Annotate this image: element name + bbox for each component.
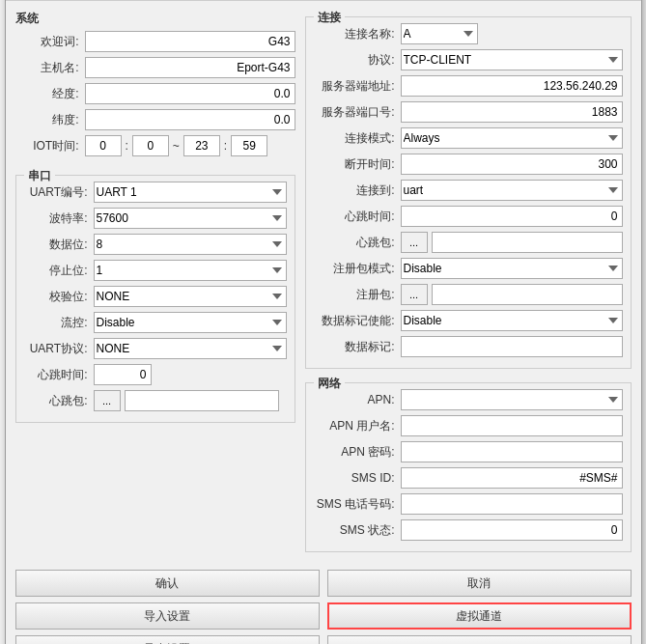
parity-select[interactable]: NONE bbox=[94, 286, 287, 307]
reg-pkg-inputs: ... bbox=[401, 284, 623, 305]
stop-bits-label: 停止位: bbox=[24, 263, 94, 279]
hostname-input[interactable] bbox=[85, 57, 295, 78]
server-addr-input[interactable] bbox=[401, 75, 623, 97]
data-mark2-label: 数据标记: bbox=[314, 339, 401, 355]
reg-pkg-input[interactable] bbox=[432, 284, 623, 305]
server-addr-label: 服务器端地址: bbox=[314, 78, 401, 95]
protocol-select[interactable]: TCP-CLIENT bbox=[401, 49, 623, 70]
welcome-row: 欢迎词: bbox=[15, 31, 295, 52]
reg-mode-label: 注册包模式: bbox=[314, 261, 401, 277]
iot-from-min[interactable] bbox=[132, 135, 169, 156]
conn-name-row: 连接名称: A bbox=[314, 23, 623, 44]
data-mark2-input[interactable] bbox=[401, 336, 623, 357]
apn-label: APN: bbox=[314, 393, 401, 406]
protocol-label: 协议: bbox=[314, 52, 401, 69]
serial-heartbeat-pkg-label: 心跳包: bbox=[24, 393, 94, 409]
uart-num-select[interactable]: UART 1 bbox=[94, 182, 287, 203]
export-button[interactable]: 导出设置 bbox=[15, 635, 320, 644]
longitude-label: 经度: bbox=[15, 86, 85, 102]
import-button[interactable]: 导入设置 bbox=[15, 602, 320, 630]
network-section: 网络 APN: APN 用户名: APN 密码: SMS ID: bbox=[305, 382, 632, 552]
apn-row: APN: bbox=[314, 389, 623, 410]
apn-user-row: APN 用户名: bbox=[314, 415, 623, 436]
stop-bits-select[interactable]: 1 bbox=[94, 260, 287, 281]
data-bits-label: 数据位: bbox=[24, 237, 94, 253]
serial-heartbeat-pkg-inputs: ... bbox=[94, 390, 279, 411]
reg-pkg-label: 注册包: bbox=[314, 287, 401, 303]
bottom-buttons-area: 确认 导入设置 导出设置 取消 虚拟通道 Script bbox=[6, 562, 641, 644]
reg-pkg-dots-btn[interactable]: ... bbox=[401, 284, 428, 305]
uart-num-row: UART编号: UART 1 bbox=[24, 182, 287, 203]
flow-label: 流控: bbox=[24, 315, 94, 331]
connect-to-label: 连接到: bbox=[314, 182, 401, 199]
sms-state-row: SMS 状态: bbox=[314, 519, 623, 541]
conn-heartbeat-dots-btn[interactable]: ... bbox=[401, 232, 428, 253]
sms-phone-input[interactable] bbox=[401, 493, 623, 515]
left-panel: 系统 欢迎词: 主机名: 经度: 纬度: bbox=[15, 11, 295, 552]
uart-proto-row: UART协议: NONE bbox=[24, 338, 287, 359]
iot-time-label: IOT时间: bbox=[15, 138, 85, 154]
script-button[interactable]: Script bbox=[327, 635, 632, 644]
connection-label: 连接 bbox=[314, 10, 345, 26]
uart-num-label: UART编号: bbox=[24, 184, 94, 201]
longitude-input[interactable] bbox=[85, 83, 295, 104]
cancel-button[interactable]: 取消 bbox=[327, 570, 632, 597]
apn-user-input[interactable] bbox=[401, 415, 623, 436]
baud-select[interactable]: 57600 bbox=[94, 208, 287, 229]
disconnect-time-row: 断开时间: bbox=[314, 154, 623, 175]
server-port-row: 服务器端口号: bbox=[314, 101, 623, 123]
serial-heartbeat-time-input[interactable] bbox=[94, 364, 152, 385]
longitude-row: 经度: bbox=[15, 83, 295, 104]
connect-to-select[interactable]: uart bbox=[401, 180, 623, 201]
disconnect-time-label: 断开时间: bbox=[314, 156, 401, 173]
conn-mode-row: 连接模式: Always bbox=[314, 127, 623, 149]
apn-pwd-input[interactable] bbox=[401, 441, 623, 462]
connection-section: 连接 连接名称: A 协议: TCP-CLIENT 服务器端地址: bbox=[305, 16, 632, 369]
sms-state-input[interactable] bbox=[401, 519, 623, 541]
left-buttons-col: 确认 导入设置 导出设置 bbox=[15, 570, 320, 644]
parity-label: 校验位: bbox=[24, 289, 94, 305]
virtual-channel-button[interactable]: 虚拟通道 bbox=[327, 602, 632, 630]
network-label: 网络 bbox=[314, 376, 345, 392]
conn-heartbeat-time-input[interactable] bbox=[401, 206, 623, 227]
hostname-label: 主机名: bbox=[15, 60, 85, 76]
confirm-button[interactable]: 确认 bbox=[15, 570, 320, 597]
serial-heartbeat-dots-btn[interactable]: ... bbox=[94, 390, 121, 411]
colon-sep-2: : bbox=[224, 139, 227, 153]
reg-mode-select[interactable]: Disable bbox=[401, 258, 623, 279]
latitude-input[interactable] bbox=[85, 109, 295, 130]
conn-heartbeat-pkg-input[interactable] bbox=[432, 232, 623, 253]
welcome-input[interactable] bbox=[85, 31, 295, 52]
welcome-label: 欢迎词: bbox=[15, 34, 85, 50]
conn-mode-select[interactable]: Always bbox=[401, 127, 623, 149]
iot-to-min[interactable] bbox=[231, 135, 267, 156]
right-panel: 连接 连接名称: A 协议: TCP-CLIENT 服务器端地址: bbox=[305, 11, 632, 552]
server-addr-row: 服务器端地址: bbox=[314, 75, 623, 97]
conn-heartbeat-time-label: 心跳时间: bbox=[314, 209, 401, 225]
content-area: 系统 欢迎词: 主机名: 经度: 纬度: bbox=[6, 1, 641, 562]
parity-row: 校验位: NONE bbox=[24, 286, 287, 307]
disconnect-time-input[interactable] bbox=[401, 154, 623, 175]
sms-phone-row: SMS 电话号码: bbox=[314, 493, 623, 515]
server-port-input[interactable] bbox=[401, 101, 623, 123]
serial-heartbeat-time-label: 心跳时间: bbox=[24, 367, 94, 383]
iot-from-hour[interactable] bbox=[85, 135, 122, 156]
iot-to-hour[interactable] bbox=[183, 135, 220, 156]
apn-select[interactable] bbox=[401, 389, 623, 410]
connect-to-row: 连接到: uart bbox=[314, 180, 623, 201]
system-section: 系统 欢迎词: 主机名: 经度: 纬度: bbox=[15, 11, 295, 161]
conn-name-select[interactable]: A bbox=[401, 23, 478, 44]
serial-label: 串口 bbox=[24, 168, 55, 184]
sms-id-row: SMS ID: bbox=[314, 467, 623, 489]
iot-time-inputs: : ~ : bbox=[85, 135, 268, 156]
serial-heartbeat-pkg-input[interactable] bbox=[125, 390, 279, 411]
conn-heartbeat-pkg-label: 心跳包: bbox=[314, 235, 401, 251]
serial-heartbeat-time-row: 心跳时间: bbox=[24, 364, 287, 385]
sms-id-input[interactable] bbox=[401, 467, 623, 489]
uart-proto-select[interactable]: NONE bbox=[94, 338, 287, 359]
iot-time-row: IOT时间: : ~ : bbox=[15, 135, 295, 156]
data-bits-select[interactable]: 8 bbox=[94, 234, 287, 255]
stop-bits-row: 停止位: 1 bbox=[24, 260, 287, 281]
flow-select[interactable]: Disable bbox=[94, 312, 287, 333]
data-mark-select[interactable]: Disable bbox=[401, 310, 623, 331]
